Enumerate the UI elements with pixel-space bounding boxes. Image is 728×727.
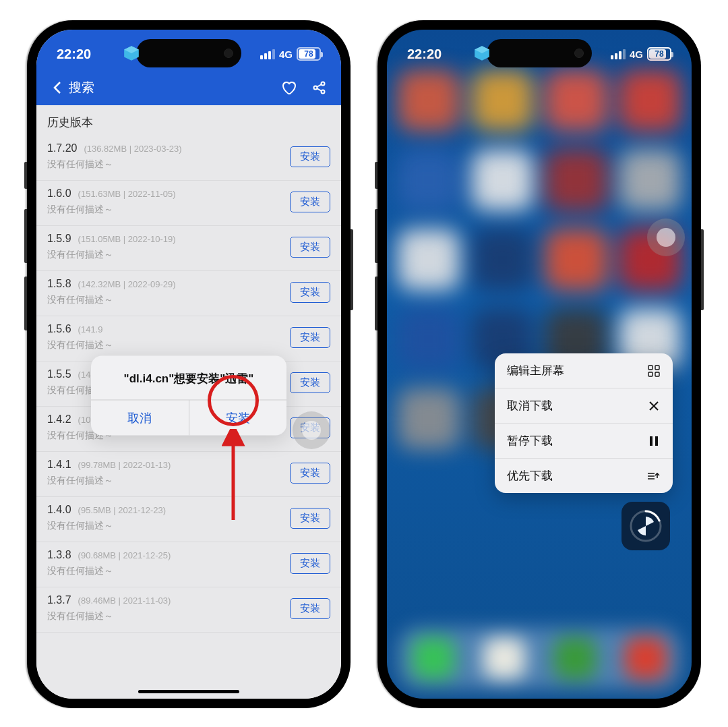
status-time: 22:20 — [407, 47, 442, 62]
version-meta: (95.5MB | 2021-12-23) — [78, 505, 166, 515]
version-item: 1.3.8 (90.68MB | 2021-12-25) 没有任何描述～ 安装 — [36, 542, 341, 587]
install-button[interactable]: 安装 — [290, 553, 330, 574]
install-button[interactable]: 安装 — [290, 327, 330, 348]
version-meta: (89.46MB | 2021-11-03) — [78, 595, 171, 606]
svg-rect-13 — [655, 436, 658, 446]
version-number: 1.7.20 — [47, 142, 77, 154]
cancel-button[interactable]: 取消 — [91, 401, 189, 436]
context-menu-item[interactable]: 编辑主屏幕 — [495, 353, 673, 388]
context-menu-item[interactable]: 取消下载 — [495, 388, 673, 424]
version-item: 1.4.0 (95.5MB | 2021-12-23) 没有任何描述～ 安装 — [36, 497, 341, 542]
svg-rect-7 — [655, 366, 659, 370]
version-desc: 没有任何描述～ — [47, 294, 290, 306]
version-desc: 没有任何描述～ — [47, 520, 290, 532]
assistive-touch[interactable] — [293, 411, 330, 449]
version-number: 1.5.5 — [47, 368, 71, 380]
signal-icon — [260, 49, 275, 59]
svg-rect-9 — [655, 372, 659, 376]
version-meta: (151.63MB | 2022-11-05) — [78, 189, 176, 199]
phone-left: 22:20 4G 78 搜索 历史版本 — [27, 20, 351, 708]
version-desc: 没有任何描述～ — [47, 204, 290, 216]
version-number: 1.5.6 — [47, 323, 71, 335]
install-button[interactable]: 安装 — [290, 146, 330, 167]
menu-label: 编辑主屏幕 — [507, 363, 564, 378]
version-item: 1.4.1 (99.78MB | 2022-01-13) 没有任何描述～ 安装 — [36, 452, 341, 497]
version-number: 1.5.8 — [47, 278, 71, 290]
menu-label: 暂停下载 — [507, 433, 553, 448]
version-desc: 没有任何描述～ — [47, 249, 290, 261]
chevron-left-icon — [50, 80, 66, 96]
dock-blurred — [398, 627, 681, 689]
install-button[interactable]: 安装 — [189, 401, 287, 436]
status-time: 22:20 — [57, 47, 91, 62]
svg-rect-12 — [650, 436, 653, 446]
install-button[interactable]: 安装 — [290, 508, 330, 529]
svg-rect-6 — [648, 366, 653, 370]
context-menu-item[interactable]: 暂停下载 — [495, 424, 673, 459]
version-item: 1.5.8 (142.32MB | 2022-09-29) 没有任何描述～ 安装 — [36, 271, 341, 316]
phone-right: 22:20 4G 78 编辑主屏幕取消下载暂停下载优先下载 — [377, 20, 701, 708]
svg-rect-8 — [648, 372, 653, 376]
context-menu: 编辑主屏幕取消下载暂停下载优先下载 — [495, 353, 673, 493]
battery-icon: 78 — [297, 47, 321, 61]
home-indicator[interactable] — [138, 690, 239, 693]
version-number: 1.3.7 — [47, 594, 71, 606]
version-number: 1.5.9 — [47, 233, 71, 245]
dialog-title: "dl.i4.cn"想要安装"迅雷" — [91, 356, 286, 400]
version-desc: 没有任何描述～ — [47, 158, 290, 171]
version-number: 1.6.0 — [47, 187, 71, 200]
version-number: 1.3.8 — [47, 549, 71, 561]
version-meta: (99.78MB | 2022-01-13) — [78, 460, 171, 470]
version-desc: 没有任何描述～ — [47, 475, 290, 487]
priority-icon — [647, 469, 661, 483]
menu-label: 优先下载 — [507, 468, 553, 484]
version-meta: (151.05MB | 2022-10-19) — [78, 234, 176, 244]
assistive-touch[interactable] — [647, 219, 685, 256]
app-indicator-icon — [472, 43, 492, 63]
pause-icon — [647, 434, 661, 448]
version-item: 1.5.6 (141.9 没有任何描述～ 安装 — [36, 316, 341, 361]
version-item: 1.3.7 (89.46MB | 2021-11-03) 没有任何描述～ 安装 — [36, 587, 341, 633]
svg-line-4 — [317, 88, 322, 91]
install-button[interactable]: 安装 — [290, 372, 330, 393]
section-title: 历史版本 — [36, 105, 341, 136]
signal-icon — [611, 49, 626, 59]
version-meta: (136.82MB | 2023-03-23) — [84, 144, 181, 154]
install-button[interactable]: 安装 — [290, 598, 330, 619]
screen-right: 22:20 4G 78 编辑主屏幕取消下载暂停下载优先下载 — [387, 30, 692, 699]
context-menu-item[interactable]: 优先下载 — [495, 459, 673, 493]
back-button[interactable]: 搜索 — [50, 79, 94, 96]
version-item: 1.5.9 (151.05MB | 2022-10-19) 没有任何描述～ 安装 — [36, 226, 341, 271]
version-meta: (90.68MB | 2021-12-25) — [78, 550, 171, 560]
nav-bar: 搜索 — [36, 70, 341, 105]
version-meta: (141.9 — [78, 324, 103, 335]
version-desc: 没有任何描述～ — [47, 339, 290, 351]
network-label: 4G — [279, 49, 293, 60]
app-indicator-icon — [121, 43, 142, 63]
svg-line-3 — [317, 84, 322, 87]
version-desc: 没有任何描述～ — [47, 565, 290, 577]
version-desc: 没有任何描述～ — [47, 610, 290, 622]
version-number: 1.4.0 — [47, 504, 71, 516]
dynamic-island — [136, 39, 241, 67]
downloading-app-icon[interactable] — [621, 502, 670, 550]
install-button[interactable]: 安装 — [290, 282, 330, 303]
dynamic-island — [487, 39, 592, 67]
heart-icon[interactable] — [280, 80, 297, 96]
version-number: 1.4.1 — [47, 459, 71, 471]
screen-left: 22:20 4G 78 搜索 历史版本 — [36, 30, 341, 699]
install-button[interactable]: 安装 — [290, 192, 330, 212]
version-item: 1.6.0 (151.63MB | 2022-11-05) 没有任何描述～ 安装 — [36, 181, 341, 226]
version-item: 1.7.20 (136.82MB | 2023-03-23) 没有任何描述～ 安… — [36, 136, 341, 181]
version-number: 1.4.2 — [47, 413, 71, 426]
menu-label: 取消下载 — [507, 398, 553, 413]
share-icon[interactable] — [311, 80, 328, 96]
apps-icon — [647, 364, 661, 378]
install-button[interactable]: 安装 — [290, 237, 330, 258]
battery-icon: 78 — [647, 47, 671, 61]
x-icon — [647, 399, 661, 413]
install-button[interactable]: 安装 — [290, 463, 330, 484]
version-meta: (142.32MB | 2022-09-29) — [78, 279, 176, 289]
network-label: 4G — [630, 49, 643, 60]
content: 历史版本 1.7.20 (136.82MB | 2023-03-23) 没有任何… — [36, 105, 341, 699]
